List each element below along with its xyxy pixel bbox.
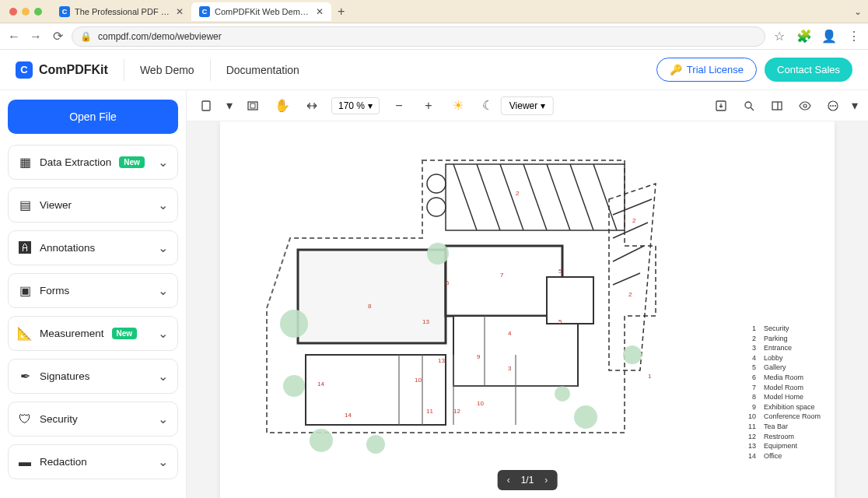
legend-row: 10Conference Room	[747, 412, 821, 422]
svg-text:11: 11	[426, 408, 433, 415]
extract-icon: ▦	[18, 156, 32, 170]
sidebar-item-viewer[interactable]: ▤ Viewer ⌄	[8, 188, 178, 223]
fit-width-icon[interactable]	[302, 96, 322, 116]
key-icon: 🔑	[670, 64, 682, 75]
chevron-down-icon[interactable]: ▾	[226, 96, 233, 116]
site-info-icon[interactable]: 🔒	[80, 31, 92, 42]
legend-row: 11Tea Bar	[747, 422, 821, 432]
zoom-out-button[interactable]: −	[389, 96, 409, 116]
zoom-in-button[interactable]: +	[418, 96, 439, 116]
svg-point-24	[555, 386, 570, 402]
sidebar-item-annotations[interactable]: 🅰 Annotations ⌄	[8, 230, 178, 265]
forward-icon[interactable]: →	[28, 29, 44, 44]
sidebar: Open File ▦ Data Extraction New ⌄ ▤ View…	[0, 90, 187, 498]
svg-point-23	[574, 405, 597, 429]
new-badge: New	[119, 156, 145, 168]
floorplan-svg: 222 675 589 4310 131314 141112 101	[220, 121, 835, 498]
tab-close-icon[interactable]: ✕	[176, 6, 184, 17]
legend-row: 9Exhibition space	[747, 402, 821, 412]
maximize-window-icon[interactable]	[34, 8, 42, 16]
tab-close-icon[interactable]: ✕	[316, 6, 324, 17]
sidebar-item-forms[interactable]: ▣ Forms ⌄	[8, 273, 178, 308]
address-bar[interactable]: 🔒 compdf.com/demo/webviewer	[72, 26, 765, 47]
sidebar-item-measurement[interactable]: 📐 Measurement New ⌄	[8, 316, 178, 351]
sidebar-item-label: Data Extraction	[40, 156, 111, 168]
prev-page-icon[interactable]: ‹	[507, 475, 510, 486]
svg-rect-12	[446, 246, 562, 316]
measure-icon: 📐	[18, 327, 32, 341]
svg-point-6	[803, 104, 807, 107]
sidebar-item-data-extraction[interactable]: ▦ Data Extraction New ⌄	[8, 145, 178, 180]
save-icon[interactable]	[711, 96, 731, 116]
svg-point-21	[427, 243, 449, 265]
chevron-down-icon[interactable]: ⌄	[854, 6, 862, 17]
viewer-toolbar: ▾ ✋ 170 % ▾ − + ☀ ☾ Viewer ▾ ▾	[187, 90, 868, 121]
forms-icon: ▣	[18, 284, 32, 298]
svg-text:3: 3	[508, 365, 512, 372]
svg-text:14: 14	[317, 381, 324, 388]
svg-text:14: 14	[345, 412, 352, 419]
nav-webdemo[interactable]: Web Demo	[140, 64, 194, 76]
mode-select[interactable]: Viewer ▾	[501, 96, 554, 115]
chevron-down-icon: ⌄	[158, 454, 168, 469]
page-navigator: ‹ 1/1 ›	[498, 470, 558, 490]
brightness-icon[interactable]: ☀	[448, 96, 468, 116]
bookmark-icon[interactable]: ☆	[772, 29, 787, 44]
open-file-button[interactable]: Open File	[8, 100, 178, 134]
browser-toolbar: ← → ⟳ 🔒 compdf.com/demo/webviewer ☆ 🧩 👤 …	[0, 23, 868, 50]
tab-title: The Professional PDF SDK fo	[75, 7, 171, 16]
document-canvas[interactable]: 222 675 589 4310 131314 141112 101 1Secu…	[187, 121, 868, 498]
browser-tab[interactable]: C The Professional PDF SDK fo ✕	[51, 2, 191, 21]
legend-row: 13Equipment	[747, 441, 821, 451]
browser-tab-active[interactable]: C ComPDFKit Web Demo: View ✕	[191, 2, 331, 21]
back-icon[interactable]: ←	[6, 29, 22, 44]
trial-license-button[interactable]: 🔑 Trial License	[656, 58, 757, 82]
svg-point-10	[835, 105, 836, 107]
brand[interactable]: C ComPDFKit	[16, 61, 108, 79]
search-icon[interactable]	[739, 96, 759, 116]
svg-text:1: 1	[648, 373, 652, 380]
pan-icon[interactable]: ✋	[272, 96, 292, 116]
close-window-icon[interactable]	[9, 8, 17, 16]
window-controls	[9, 8, 42, 16]
chevron-down-icon[interactable]: ▾	[851, 96, 859, 116]
svg-text:13: 13	[438, 357, 445, 364]
svg-point-25	[623, 345, 642, 364]
panel-icon[interactable]	[767, 96, 787, 116]
dark-mode-icon[interactable]: ☾	[478, 96, 498, 116]
chevron-down-icon: ▾	[368, 100, 373, 111]
sidebar-item-signatures[interactable]: ✒ Signatures ⌄	[8, 359, 178, 394]
svg-point-16	[427, 174, 446, 193]
svg-rect-0	[202, 101, 210, 110]
sidebar-item-security[interactable]: 🛡 Security ⌄	[8, 402, 178, 437]
fit-page-icon[interactable]	[243, 96, 263, 116]
svg-text:10: 10	[477, 400, 484, 407]
legend-row: 3Entrance	[747, 343, 821, 353]
minimize-window-icon[interactable]	[22, 8, 30, 16]
contact-sales-button[interactable]: Contact Sales	[765, 58, 852, 82]
page-icon[interactable]	[196, 96, 216, 116]
legend-row: 1Security	[747, 324, 821, 334]
new-tab-button[interactable]: +	[331, 5, 351, 19]
redaction-icon: ▬	[18, 455, 32, 469]
reload-icon[interactable]: ⟳	[50, 29, 65, 44]
menu-icon[interactable]: ⋮	[846, 29, 862, 44]
svg-text:6: 6	[446, 279, 450, 286]
nav-documentation[interactable]: Documentation	[226, 64, 299, 76]
zoom-select[interactable]: 170 % ▾	[331, 97, 380, 114]
divider	[210, 59, 211, 81]
svg-text:5: 5	[558, 318, 562, 325]
more-icon[interactable]	[823, 96, 843, 116]
extensions-icon[interactable]: 🧩	[796, 29, 812, 44]
next-page-icon[interactable]: ›	[544, 475, 548, 486]
sidebar-item-redaction[interactable]: ▬ Redaction ⌄	[8, 444, 178, 479]
chevron-down-icon: ⌄	[158, 198, 168, 212]
new-badge: New	[112, 328, 138, 339]
svg-text:7: 7	[500, 272, 504, 279]
browser-tab-strip: C The Professional PDF SDK fo ✕ C ComPDF…	[0, 0, 868, 23]
svg-text:5: 5	[558, 268, 562, 275]
pdf-page: 222 675 589 4310 131314 141112 101 1Secu…	[220, 121, 835, 498]
eye-icon[interactable]	[795, 96, 815, 116]
profile-icon[interactable]: 👤	[821, 29, 837, 44]
divider	[124, 59, 124, 81]
